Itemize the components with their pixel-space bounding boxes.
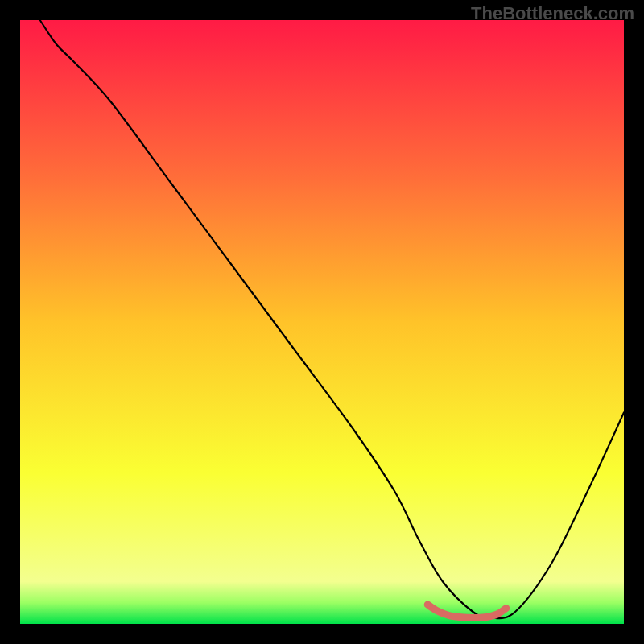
chart-container: TheBottleneck.com: [0, 0, 644, 644]
chart-gradient-bg: [20, 20, 624, 624]
chart-svg: [0, 0, 644, 644]
watermark-text: TheBottleneck.com: [471, 3, 634, 24]
